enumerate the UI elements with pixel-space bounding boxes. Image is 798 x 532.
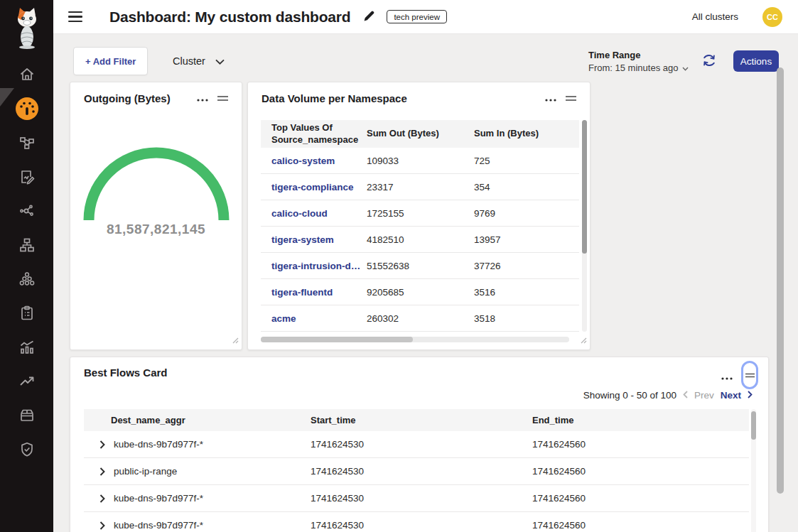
calico-cat-logo[interactable]: [11, 7, 43, 50]
pencil-icon: [363, 10, 375, 24]
table-row: calico-cloud 1725155 9769: [261, 200, 579, 227]
pagination: Showing 0 - 50 of 100 Prev Next: [583, 390, 753, 401]
table-vertical-scrollbar[interactable]: [751, 409, 756, 532]
chevron-down-icon: [682, 63, 689, 73]
refresh-icon: [701, 60, 718, 71]
card-title: Outgoing (Bytes): [84, 92, 195, 104]
column-header: End_time: [532, 415, 749, 425]
sidebar-item-reports[interactable]: [0, 160, 53, 194]
scrollbar-thumb[interactable]: [751, 411, 756, 440]
topology-icon: [18, 134, 36, 151]
time-range-selector[interactable]: From: 15 minutes ago: [588, 63, 689, 73]
namespace-link[interactable]: tigera-fluentd: [261, 287, 367, 298]
scrollbar-thumb[interactable]: [777, 67, 784, 494]
column-header: Sum In (Bytes): [474, 128, 579, 139]
sum-in-value: 3516: [474, 287, 579, 298]
sum-out-value: 260302: [367, 313, 474, 324]
scrollbar-thumb[interactable]: [582, 120, 587, 254]
add-filter-button[interactable]: + Add Filter: [73, 47, 148, 75]
namespace-link[interactable]: tigera-system: [261, 234, 367, 245]
sidebar-item-security[interactable]: [0, 433, 53, 467]
page-scrollbar[interactable]: [775, 34, 785, 532]
user-avatar[interactable]: CC: [762, 7, 782, 27]
sum-out-value: 4182510: [367, 234, 474, 245]
sum-in-value: 9769: [474, 208, 579, 219]
sidebar-item-workloads[interactable]: [0, 398, 53, 433]
clipboard-list-icon: [18, 305, 36, 322]
dest-name-value: kube-dns-9b7d977f-*: [114, 493, 203, 504]
sitemap-icon: [18, 237, 36, 254]
shield-check-icon: [18, 441, 36, 458]
resize-handle-icon[interactable]: [232, 334, 239, 347]
card-menu-button[interactable]: [544, 92, 558, 105]
sidebar-item-metrics[interactable]: [0, 330, 53, 364]
drag-handle-icon: [745, 369, 755, 381]
prev-page-button[interactable]: Prev: [694, 390, 714, 401]
sidebar-item-home[interactable]: [0, 58, 53, 92]
main-content: + Add Filter Cluster Time Range From: 15…: [53, 34, 798, 532]
sidebar-item-network[interactable]: [0, 228, 53, 262]
expand-row-icon[interactable]: [99, 440, 105, 449]
table-row: tigera-compliance 23317 354: [261, 174, 579, 200]
table-row: calico-system 109033 725: [261, 148, 579, 174]
sum-in-value: 725: [474, 156, 579, 166]
card-menu-button[interactable]: [720, 370, 734, 384]
namespace-link[interactable]: calico-cloud: [261, 208, 367, 219]
card-drag-handle[interactable]: [564, 92, 578, 105]
sum-out-value: 9205685: [367, 287, 474, 298]
cluster-filter-label: Cluster: [173, 55, 205, 67]
sidebar-item-dashboard[interactable]: [0, 92, 53, 126]
table-row: tigera-intrusion-d… 51552638 37726: [261, 253, 579, 279]
sidebar-item-trends[interactable]: [0, 364, 53, 398]
namespace-link[interactable]: acme: [261, 313, 367, 324]
data-volume-card: Data Volume per Namespace Top Values Of …: [247, 82, 591, 350]
best-flows-card: Best Flows Card Showing 0 - 50 of 100 Pr…: [70, 357, 769, 532]
refresh-button[interactable]: [700, 52, 718, 70]
scrollbar-thumb[interactable]: [261, 337, 413, 342]
app-screen: Dashboard: My custom dashboard tech prev…: [0, 0, 798, 532]
outgoing-bytes-card: Outgoing (Bytes) 81,587,821,145: [70, 82, 242, 350]
next-page-button[interactable]: Next: [721, 390, 741, 401]
molecule-icon: [18, 202, 36, 219]
card-title: Data Volume per Namespace: [261, 92, 544, 104]
namespace-link[interactable]: calico-system: [261, 156, 367, 166]
sum-out-value: 1725155: [367, 208, 474, 219]
sum-in-value: 3518: [474, 313, 579, 324]
table-horizontal-scrollbar[interactable]: [261, 337, 569, 342]
edit-dashboard-button[interactable]: [363, 10, 375, 24]
dest-name-value: kube-dns-9b7d977f-*: [114, 520, 203, 531]
end-time-value: 1741624560: [532, 493, 749, 504]
sidebar-item-service-graph[interactable]: [0, 126, 53, 160]
start-time-value: 1741624530: [311, 493, 532, 504]
expand-row-icon[interactable]: [99, 467, 105, 476]
menu-toggle-button[interactable]: [68, 11, 82, 22]
time-range-control: Time Range From: 15 minutes ago: [588, 50, 689, 73]
resize-handle-icon[interactable]: [581, 334, 587, 347]
namespace-link[interactable]: tigera-compliance: [261, 182, 367, 192]
chevron-down-icon: [215, 55, 225, 67]
namespace-link[interactable]: tigera-intrusion-d…: [261, 261, 367, 271]
card-drag-handle[interactable]: [215, 92, 230, 105]
ellipsis-icon: [545, 93, 556, 104]
cluster-scope-selector[interactable]: All clusters: [692, 11, 738, 22]
time-range-label: Time Range: [588, 50, 689, 60]
actions-button[interactable]: Actions: [733, 50, 779, 72]
table-row: public-ip-range 1741624530 1741624560: [84, 458, 749, 485]
table-row: kube-dns-9b7d977f-* 1741624530 174162456…: [84, 485, 749, 512]
package-box-icon: [18, 407, 36, 424]
drag-handle-icon: [217, 93, 229, 104]
card-drag-handle-focused[interactable]: [741, 361, 758, 389]
topbar: Dashboard: My custom dashboard tech prev…: [53, 0, 798, 34]
sidebar-item-flow-visualizer[interactable]: [0, 194, 53, 228]
card-title: Best Flows Card: [84, 367, 757, 379]
table-row: acme 260302 3518: [261, 305, 579, 332]
bar-chart-icon: [18, 339, 36, 356]
sidebar-item-clusters[interactable]: [0, 262, 53, 296]
cluster-filter-dropdown[interactable]: Cluster: [167, 47, 230, 75]
sidebar-item-compliance[interactable]: [0, 296, 53, 330]
table-vertical-scrollbar[interactable]: [582, 120, 587, 332]
expand-row-icon[interactable]: [99, 521, 105, 530]
expand-row-icon[interactable]: [99, 494, 105, 503]
card-menu-button[interactable]: [195, 92, 210, 105]
gauge-chart: [81, 141, 232, 227]
